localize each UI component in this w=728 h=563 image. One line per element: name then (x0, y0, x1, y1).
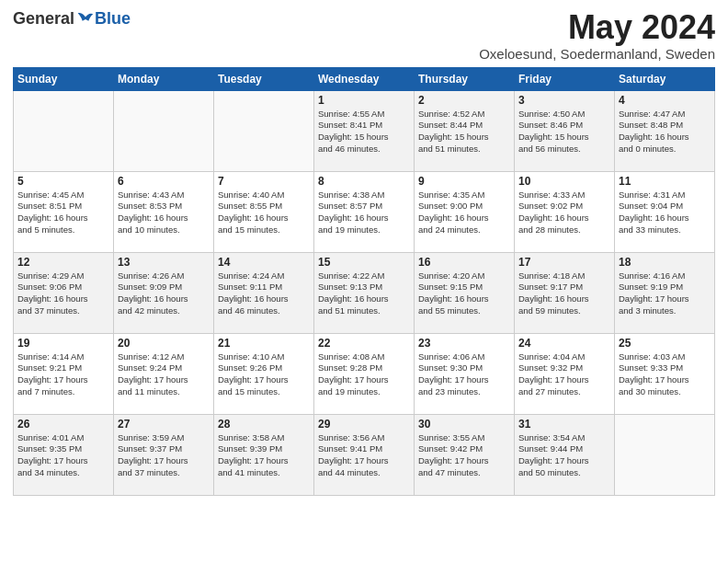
day-number: 28 (218, 418, 310, 431)
day-number: 8 (318, 175, 410, 188)
day-info: Sunrise: 4:26 AM Sunset: 9:09 PM Dayligh… (118, 270, 210, 317)
day-info: Sunrise: 4:04 AM Sunset: 9:32 PM Dayligh… (518, 351, 610, 398)
day-number: 25 (619, 337, 711, 350)
table-row: 25Sunrise: 4:03 AM Sunset: 9:33 PM Dayli… (615, 333, 715, 414)
table-row: 28Sunrise: 3:58 AM Sunset: 9:39 PM Dayli… (214, 414, 314, 495)
day-number: 17 (518, 256, 610, 269)
table-row: 18Sunrise: 4:16 AM Sunset: 9:19 PM Dayli… (615, 252, 715, 333)
col-monday: Monday (114, 67, 214, 90)
day-number: 22 (318, 337, 410, 350)
day-info: Sunrise: 4:55 AM Sunset: 8:41 PM Dayligh… (318, 109, 410, 155)
day-number: 15 (318, 256, 410, 269)
day-number: 3 (518, 94, 610, 107)
col-sunday: Sunday (14, 67, 114, 90)
day-info: Sunrise: 4:20 AM Sunset: 9:15 PM Dayligh… (418, 270, 510, 317)
day-number: 16 (418, 256, 510, 269)
day-number: 12 (17, 256, 109, 269)
calendar-row: 19Sunrise: 4:14 AM Sunset: 9:21 PM Dayli… (14, 333, 715, 414)
day-info: Sunrise: 4:10 AM Sunset: 9:26 PM Dayligh… (218, 351, 310, 398)
table-row: 9Sunrise: 4:35 AM Sunset: 9:00 PM Daylig… (415, 171, 515, 252)
table-row: 2Sunrise: 4:52 AM Sunset: 8:44 PM Daylig… (415, 90, 515, 171)
day-info: Sunrise: 4:16 AM Sunset: 9:19 PM Dayligh… (619, 270, 711, 317)
day-info: Sunrise: 4:12 AM Sunset: 9:24 PM Dayligh… (118, 351, 210, 398)
calendar: Sunday Monday Tuesday Wednesday Thursday… (13, 67, 715, 496)
day-number: 6 (118, 175, 210, 188)
day-number: 26 (17, 418, 109, 431)
day-info: Sunrise: 4:24 AM Sunset: 9:11 PM Dayligh… (218, 270, 310, 317)
calendar-row: 12Sunrise: 4:29 AM Sunset: 9:06 PM Dayli… (14, 252, 715, 333)
day-info: Sunrise: 4:45 AM Sunset: 8:51 PM Dayligh… (17, 190, 109, 236)
calendar-row: 1Sunrise: 4:55 AM Sunset: 8:41 PM Daylig… (14, 90, 715, 171)
day-number: 30 (418, 418, 510, 431)
table-row: 1Sunrise: 4:55 AM Sunset: 8:41 PM Daylig… (314, 90, 415, 171)
table-row: 8Sunrise: 4:38 AM Sunset: 8:57 PM Daylig… (314, 171, 415, 252)
table-row: 26Sunrise: 4:01 AM Sunset: 9:35 PM Dayli… (14, 414, 114, 495)
day-info: Sunrise: 4:47 AM Sunset: 8:48 PM Dayligh… (619, 109, 711, 155)
table-row: 10Sunrise: 4:33 AM Sunset: 9:02 PM Dayli… (515, 171, 615, 252)
table-row: 23Sunrise: 4:06 AM Sunset: 9:30 PM Dayli… (415, 333, 515, 414)
table-row: 29Sunrise: 3:56 AM Sunset: 9:41 PM Dayli… (314, 414, 415, 495)
calendar-row: 5Sunrise: 4:45 AM Sunset: 8:51 PM Daylig… (14, 171, 715, 252)
day-info: Sunrise: 4:18 AM Sunset: 9:17 PM Dayligh… (518, 270, 610, 317)
day-info: Sunrise: 4:40 AM Sunset: 8:55 PM Dayligh… (218, 190, 310, 236)
table-row: 14Sunrise: 4:24 AM Sunset: 9:11 PM Dayli… (214, 252, 314, 333)
table-row: 3Sunrise: 4:50 AM Sunset: 8:46 PM Daylig… (515, 90, 615, 171)
day-number: 24 (518, 337, 610, 350)
day-number: 11 (619, 175, 711, 188)
table-row: 4Sunrise: 4:47 AM Sunset: 8:48 PM Daylig… (615, 90, 715, 171)
table-row (114, 90, 214, 171)
table-row: 24Sunrise: 4:04 AM Sunset: 9:32 PM Dayli… (515, 333, 615, 414)
day-info: Sunrise: 4:52 AM Sunset: 8:44 PM Dayligh… (418, 109, 510, 155)
day-number: 2 (418, 94, 510, 107)
day-info: Sunrise: 3:59 AM Sunset: 9:37 PM Dayligh… (118, 432, 210, 479)
day-number: 5 (17, 175, 109, 188)
day-info: Sunrise: 4:03 AM Sunset: 9:33 PM Dayligh… (619, 351, 711, 398)
day-info: Sunrise: 4:35 AM Sunset: 9:00 PM Dayligh… (418, 190, 510, 236)
day-number: 27 (118, 418, 210, 431)
table-row: 11Sunrise: 4:31 AM Sunset: 9:04 PM Dayli… (615, 171, 715, 252)
logo-bird-icon (76, 10, 95, 29)
col-saturday: Saturday (615, 67, 715, 90)
logo-blue-text: Blue (95, 9, 131, 29)
day-info: Sunrise: 4:50 AM Sunset: 8:46 PM Dayligh… (518, 109, 610, 155)
day-info: Sunrise: 3:58 AM Sunset: 9:39 PM Dayligh… (218, 432, 310, 479)
day-info: Sunrise: 3:56 AM Sunset: 9:41 PM Dayligh… (318, 432, 410, 479)
table-row: 27Sunrise: 3:59 AM Sunset: 9:37 PM Dayli… (114, 414, 214, 495)
table-row (615, 414, 715, 495)
col-friday: Friday (515, 67, 615, 90)
table-row: 12Sunrise: 4:29 AM Sunset: 9:06 PM Dayli… (14, 252, 114, 333)
table-row: 22Sunrise: 4:08 AM Sunset: 9:28 PM Dayli… (314, 333, 415, 414)
table-row: 5Sunrise: 4:45 AM Sunset: 8:51 PM Daylig… (14, 171, 114, 252)
calendar-row: 26Sunrise: 4:01 AM Sunset: 9:35 PM Dayli… (14, 414, 715, 495)
day-number: 23 (418, 337, 510, 350)
table-row: 31Sunrise: 3:54 AM Sunset: 9:44 PM Dayli… (515, 414, 615, 495)
day-number: 29 (318, 418, 410, 431)
logo-general-text: General (13, 9, 74, 29)
logo: General Blue (13, 9, 131, 29)
day-info: Sunrise: 4:01 AM Sunset: 9:35 PM Dayligh… (17, 432, 109, 479)
day-number: 13 (118, 256, 210, 269)
page: General Blue May 2024 Oxeloesund, Soeder… (0, 0, 728, 505)
table-row: 16Sunrise: 4:20 AM Sunset: 9:15 PM Dayli… (415, 252, 515, 333)
table-row: 20Sunrise: 4:12 AM Sunset: 9:24 PM Dayli… (114, 333, 214, 414)
day-info: Sunrise: 4:14 AM Sunset: 9:21 PM Dayligh… (17, 351, 109, 398)
day-number: 9 (418, 175, 510, 188)
day-info: Sunrise: 3:55 AM Sunset: 9:42 PM Dayligh… (418, 432, 510, 479)
table-row: 21Sunrise: 4:10 AM Sunset: 9:26 PM Dayli… (214, 333, 314, 414)
day-number: 1 (318, 94, 410, 107)
header: General Blue May 2024 Oxeloesund, Soeder… (13, 9, 715, 62)
day-number: 20 (118, 337, 210, 350)
day-number: 21 (218, 337, 310, 350)
day-number: 4 (619, 94, 711, 107)
day-info: Sunrise: 4:08 AM Sunset: 9:28 PM Dayligh… (318, 351, 410, 398)
col-wednesday: Wednesday (314, 67, 415, 90)
day-info: Sunrise: 4:43 AM Sunset: 8:53 PM Dayligh… (118, 190, 210, 236)
table-row: 30Sunrise: 3:55 AM Sunset: 9:42 PM Dayli… (415, 414, 515, 495)
day-number: 19 (17, 337, 109, 350)
table-row: 17Sunrise: 4:18 AM Sunset: 9:17 PM Dayli… (515, 252, 615, 333)
table-row: 6Sunrise: 4:43 AM Sunset: 8:53 PM Daylig… (114, 171, 214, 252)
day-info: Sunrise: 4:06 AM Sunset: 9:30 PM Dayligh… (418, 351, 510, 398)
table-row: 19Sunrise: 4:14 AM Sunset: 9:21 PM Dayli… (14, 333, 114, 414)
day-info: Sunrise: 4:29 AM Sunset: 9:06 PM Dayligh… (17, 270, 109, 317)
title-section: May 2024 Oxeloesund, Soedermanland, Swed… (479, 9, 715, 62)
